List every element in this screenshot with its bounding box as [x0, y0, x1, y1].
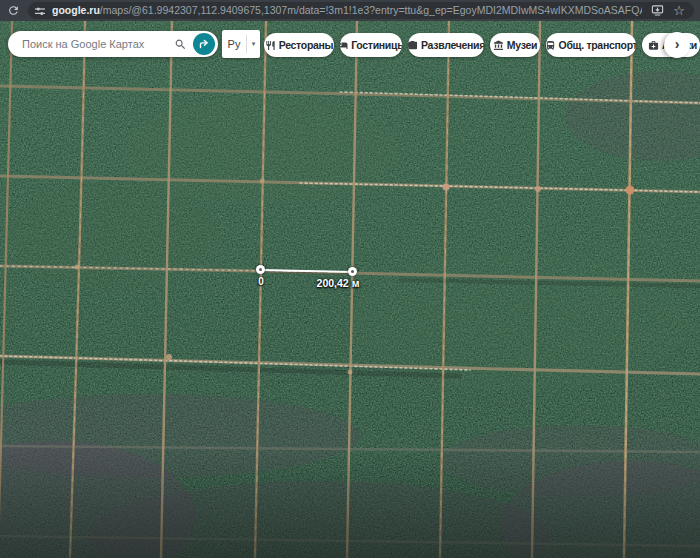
chevron-down-icon[interactable]: ▾: [247, 40, 260, 48]
screenshot-stage: 0 200,42 м Ру ▾: [0, 0, 700, 558]
pharmacy-icon: [648, 40, 659, 51]
measure-distance-label: 200,42 м: [300, 277, 376, 289]
url-domain: google.ru: [52, 4, 100, 16]
measure-start-label: 0: [253, 276, 269, 287]
chip-museums[interactable]: Музеи: [490, 33, 540, 57]
bus-icon: [546, 40, 556, 51]
reload-button[interactable]: [3, 0, 23, 21]
input-language-label: Ру: [222, 38, 246, 50]
star-icon: ☆: [673, 4, 685, 17]
url-path: /maps/@61.9942307,112.9409675,1307m/data…: [100, 4, 643, 16]
chip-label: Гостиницы: [351, 39, 402, 51]
reload-icon: [7, 4, 20, 17]
chip-transit[interactable]: Общ. транспорт: [546, 33, 636, 57]
chip-label: Развлечения: [421, 39, 484, 51]
directions-icon: [197, 37, 211, 51]
bookmark-button[interactable]: ☆: [673, 4, 685, 17]
search-icon: [174, 38, 187, 51]
search-button[interactable]: [167, 31, 193, 57]
restaurant-icon: [265, 40, 276, 51]
museum-icon: [493, 40, 504, 51]
satellite-map[interactable]: 0 200,42 м Ру ▾: [0, 21, 700, 558]
chip-label: Музеи: [507, 39, 537, 51]
url-bar[interactable]: google.ru/maps/@61.9942307,112.9409675,1…: [28, 2, 694, 19]
measure-endpoint-end[interactable]: [348, 267, 357, 276]
chip-hotels[interactable]: Гостиницы: [340, 33, 402, 57]
hotel-icon: [340, 39, 348, 51]
chip-label: Общ. транспорт: [559, 39, 636, 51]
search-bar: [8, 31, 218, 57]
browser-bar: google.ru/maps/@61.9942307,112.9409675,1…: [0, 0, 700, 21]
chip-attractions[interactable]: Развлечения: [408, 33, 484, 57]
chevron-right-icon: ›: [675, 36, 680, 52]
install-app-button[interactable]: [651, 4, 664, 17]
endpoint-dot: [351, 270, 354, 273]
chip-label: Рестораны: [279, 39, 334, 51]
endpoint-dot: [259, 268, 262, 271]
tune-icon: [34, 5, 46, 17]
directions-button[interactable]: [193, 33, 215, 55]
chips-row: Рестораны Гостиницы Развлечения Музеи Об…: [264, 33, 700, 57]
url-text: google.ru/maps/@61.9942307,112.9409675,1…: [52, 2, 642, 19]
site-info-button[interactable]: [28, 2, 52, 19]
chip-restaurants[interactable]: Рестораны: [264, 33, 334, 57]
install-app-icon: [651, 4, 664, 17]
urlbar-actions: ☆: [642, 4, 694, 17]
input-language-selector[interactable]: Ру ▾: [222, 30, 260, 58]
measure-endpoint-start[interactable]: [256, 265, 265, 274]
chips-next-button[interactable]: ›: [664, 32, 690, 58]
search-input[interactable]: [8, 31, 167, 57]
satellite-terrain: [0, 21, 700, 558]
camera-icon: [408, 40, 418, 51]
